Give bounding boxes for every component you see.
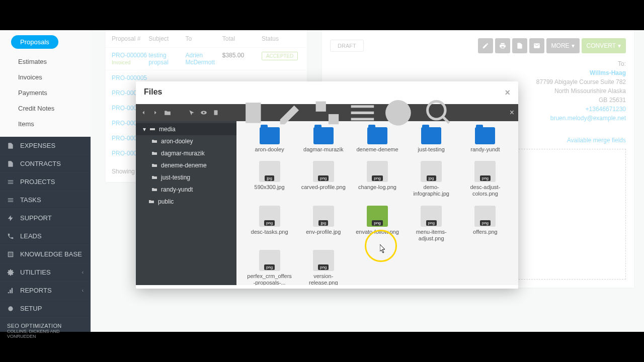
- tree-item[interactable]: deneme-deneme: [136, 159, 236, 171]
- resize-icon[interactable]: [312, 98, 343, 128]
- svg-point-3: [203, 112, 205, 114]
- sidebar-item-projects[interactable]: PROJECTS: [0, 173, 91, 191]
- file-item[interactable]: pngdesc-adjust-colors.png: [460, 159, 510, 199]
- clipboard-icon[interactable]: [212, 109, 219, 116]
- folder-label: dagmar-murazik: [303, 146, 343, 153]
- folder-label: deneme-deneme: [356, 146, 398, 153]
- file-ext-badge: png: [480, 220, 491, 226]
- tree-item[interactable]: randy-yundt: [136, 184, 236, 196]
- file-ext-badge: png: [264, 220, 275, 226]
- file-ext-badge: jpg: [318, 220, 328, 226]
- file-thumb: png: [259, 250, 280, 271]
- file-ext-badge: png: [318, 264, 329, 270]
- modal-title-text: Files: [144, 87, 162, 98]
- sidebar-link-creditnotes[interactable]: Credit Notes: [0, 101, 91, 116]
- file-ext-badge: jpg: [265, 175, 274, 181]
- folder-label: randy-yundt: [470, 146, 500, 153]
- folder-open-icon[interactable]: [164, 109, 171, 116]
- sidebar-link-invoices[interactable]: Invoices: [0, 69, 91, 85]
- cursor-icon[interactable]: [188, 109, 195, 116]
- folder-icon: [151, 187, 158, 193]
- tree-item[interactable]: aron-dooley: [136, 135, 236, 147]
- sidebar-item-label: EXPENSES: [20, 142, 55, 149]
- close-icon[interactable]: ×: [505, 87, 510, 98]
- edit-icon[interactable]: [276, 98, 307, 128]
- file-item[interactable]: pngmenu-items-adjust.png: [407, 204, 456, 244]
- tree-item-media[interactable]: ▾media: [136, 123, 236, 135]
- tree-item[interactable]: dagmar-murazik: [136, 147, 236, 159]
- sidebar-link-payments[interactable]: Payments: [0, 85, 91, 101]
- sidebar-item-expenses[interactable]: EXPENSES: [0, 137, 91, 155]
- file-label: desc-adjust-colors.png: [462, 184, 508, 197]
- copy-icon[interactable]: [240, 98, 271, 128]
- eye-icon[interactable]: [200, 109, 207, 116]
- file-item[interactable]: pngdesc-tasks.png: [245, 204, 294, 244]
- sidebar-item-support[interactable]: SUPPORT: [0, 209, 91, 227]
- file-label: env-profile.jpg: [306, 229, 341, 235]
- gear-icon: [7, 305, 14, 312]
- sidebar-item-label: SETUP: [20, 305, 42, 312]
- file-item[interactable]: pngcarved-profile.png: [298, 159, 348, 199]
- file-item[interactable]: pngenvato-follow.png: [352, 204, 402, 244]
- folder-icon: [151, 138, 158, 144]
- folder-item[interactable]: deneme-deneme: [352, 125, 402, 155]
- svg-rect-4: [214, 110, 218, 115]
- tree-list: ▾media aron-dooley dagmar-murazik deneme…: [136, 121, 236, 210]
- folder-item[interactable]: randy-yundt: [460, 125, 510, 155]
- close-search-icon[interactable]: ×: [510, 108, 514, 117]
- folder-icon: [151, 162, 158, 168]
- tree-item[interactable]: just-testing: [136, 171, 236, 184]
- file-label: carved-profile.png: [301, 184, 346, 191]
- file-item[interactable]: pngperfex_crm_offers-proposals-...: [245, 248, 294, 285]
- file-item[interactable]: pngoffers.png: [460, 204, 510, 244]
- file-thumb: png: [367, 161, 388, 182]
- chart-icon: [7, 287, 14, 294]
- folder-item[interactable]: aron-dooley: [245, 125, 294, 155]
- svg-point-1: [8, 306, 13, 311]
- sidebar-item-reports[interactable]: REPORTS‹: [0, 282, 91, 300]
- sidebar-item-utilities[interactable]: UTILITIES‹: [0, 263, 91, 282]
- file-label: offers.png: [473, 229, 498, 235]
- sidebar-item-label: TASKS: [20, 196, 41, 204]
- file-item[interactable]: pngversion-release.png: [298, 248, 348, 285]
- file-label: change-log.png: [358, 184, 396, 191]
- file-item[interactable]: jpgdemo-infographic.jpg: [407, 159, 456, 199]
- sidebar-item-contracts[interactable]: CONTRACTS: [0, 155, 91, 173]
- sidebar-item-label: CONTRACTS: [20, 160, 61, 167]
- file-item[interactable]: jpgenv-profile.jpg: [298, 204, 348, 244]
- book-icon: [7, 251, 14, 258]
- sidebar-item-tasks[interactable]: TASKS: [0, 191, 91, 209]
- svg-point-10: [427, 101, 445, 119]
- folder-item[interactable]: dagmar-murazik: [298, 125, 348, 155]
- sidebar-item-setup[interactable]: SETUP: [0, 300, 91, 318]
- tree-label: deneme-deneme: [161, 162, 207, 169]
- search-icon[interactable]: [424, 98, 454, 128]
- sidebar-footer: SEO OPTIMIZATION COLLINS, DICKENS AND VO…: [0, 318, 91, 344]
- tree-label: aron-dooley: [161, 138, 193, 145]
- proposals-pill[interactable]: Proposals: [11, 35, 58, 49]
- list-view-icon[interactable]: [347, 98, 378, 128]
- file-grid: aron-dooleydagmar-murazikdeneme-denemeju…: [236, 121, 518, 285]
- file-thumb: png: [421, 206, 442, 227]
- file-item[interactable]: jpg590x300.jpg: [245, 159, 294, 199]
- footer-title: SEO OPTIMIZATION: [7, 323, 84, 329]
- folder-item[interactable]: just-testing: [407, 125, 456, 155]
- back-icon[interactable]: [140, 109, 147, 116]
- download-icon[interactable]: [176, 109, 183, 116]
- info-icon[interactable]: [383, 98, 414, 128]
- sidebar-item-leads[interactable]: LEADS: [0, 227, 91, 245]
- file-label: envato-follow.png: [356, 229, 399, 235]
- tree-item-public[interactable]: public: [136, 196, 236, 208]
- tree-label: public: [158, 198, 174, 205]
- sidebar-item-kb[interactable]: KNOWLEDGE BASE: [0, 245, 91, 263]
- sidebar-link-estimates[interactable]: Estimates: [0, 54, 91, 69]
- file-ext-badge: png: [426, 220, 437, 226]
- folder-icon: [151, 174, 158, 180]
- file-ext-badge: png: [480, 175, 491, 181]
- folder-icon: [367, 127, 387, 144]
- folder-icon: [151, 150, 158, 156]
- sidebar: Proposals Estimates Invoices Payments Cr…: [0, 30, 91, 332]
- forward-icon[interactable]: [152, 109, 159, 116]
- file-item[interactable]: pngchange-log.png: [352, 159, 402, 199]
- sidebar-link-items[interactable]: Items: [0, 116, 91, 132]
